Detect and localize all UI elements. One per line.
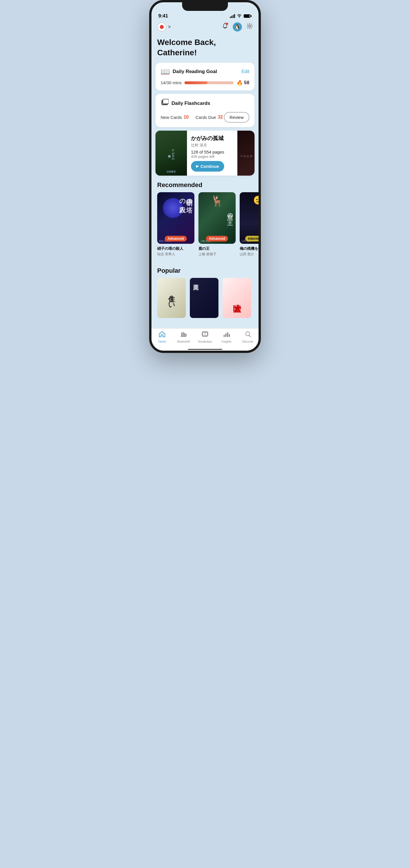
- recommended-book-1[interactable]: 硝子の塔の殺人 知念 実希人 Advanced 硝子の塔の殺人 知念 実希人: [157, 192, 194, 257]
- flashcard-content: New Cards 10 Cards Due 32 Review: [161, 112, 249, 123]
- status-icons: [230, 14, 252, 19]
- flashcard-icon: [161, 98, 169, 108]
- level-badge-3: Intermediate: [245, 236, 258, 242]
- book-cover-image: かがみの孤城 辻村深月: [155, 131, 187, 176]
- recommended-books-scroll[interactable]: 硝子の塔の殺人 知念 実希人 Advanced 硝子の塔の殺人 知念 実希人 🦌…: [152, 192, 258, 261]
- cards-due-label: Cards Due: [195, 115, 216, 120]
- play-icon: ▶: [196, 164, 199, 168]
- daily-flashcards-card: Daily Flashcards New Cards 10 Cards Due …: [155, 94, 255, 127]
- svg-rect-10: [186, 334, 187, 336]
- book-cover-1: 硝子の塔の殺人 知念 実希人 Advanced: [157, 192, 194, 244]
- cards-due-value: 32: [218, 115, 223, 120]
- bookshelf-icon: [180, 331, 187, 339]
- next-book-preview: 貴志祐介: [238, 131, 255, 176]
- svg-point-0: [239, 17, 240, 18]
- popular-book-3[interactable]: 大嘘: [222, 278, 251, 318]
- streak-count: 58: [244, 80, 249, 86]
- home-tab-label: Home: [158, 340, 166, 343]
- record-button[interactable]: [157, 22, 166, 32]
- svg-rect-9: [184, 333, 185, 336]
- content-area[interactable]: > 🐧: [152, 20, 258, 328]
- continue-label: Continue: [200, 164, 219, 169]
- current-book-progress: 128 of 554 pages: [191, 150, 233, 154]
- vocabulary-tab-label: Vocabulary: [198, 340, 212, 343]
- tab-bookshelf[interactable]: Bookshelf: [173, 331, 194, 343]
- flame-icon: 🔥: [236, 80, 243, 86]
- svg-rect-16: [229, 334, 230, 337]
- flashcard-stats: New Cards 10 Cards Due 32: [161, 115, 223, 120]
- tab-vocabulary[interactable]: Vocabulary: [194, 331, 216, 343]
- settings-icon[interactable]: [247, 23, 253, 31]
- tab-insights[interactable]: Insights: [216, 331, 237, 343]
- notification-dot: [226, 23, 228, 25]
- popular-books-scroll[interactable]: 住まい 見同ま 大嘘: [152, 278, 258, 322]
- recommended-book-2[interactable]: 🦌 鹿の王 上橋 菜穂子 Advanced 鹿の王 上橋 菜穂子: [198, 192, 235, 257]
- progress-label: 14/30 mins: [161, 80, 182, 85]
- reading-card-header: 📖 Daily Reading Goal Edit: [161, 67, 249, 76]
- review-button[interactable]: Review: [224, 112, 249, 123]
- flashcard-title-group: Daily Flashcards: [161, 98, 210, 108]
- bottom-spacer: [152, 322, 258, 328]
- recommended-book-3[interactable]: 😐 俺の残機を投下します 山田 悠介 Intermediate 俺の残機を投下し…: [240, 192, 258, 257]
- edit-link[interactable]: Edit: [241, 69, 249, 74]
- book-name-1: 硝子の塔の殺人: [157, 246, 194, 251]
- bell-icon[interactable]: [222, 23, 228, 31]
- reading-card-title: Daily Reading Goal: [172, 69, 217, 74]
- svg-rect-6: [181, 336, 186, 337]
- svg-rect-7: [181, 333, 182, 336]
- progress-bar-fill: [184, 81, 208, 84]
- phone-notch: [182, 2, 228, 11]
- status-bar: 9:41: [152, 11, 258, 20]
- home-indicator-bar: [152, 349, 258, 351]
- popular-book-1[interactable]: 住まい: [157, 278, 186, 318]
- continue-button[interactable]: ▶ Continue: [191, 161, 224, 172]
- cards-due-stat: Cards Due 32: [195, 115, 223, 120]
- book-author-3: 山田 悠介: [240, 252, 258, 257]
- flashcard-title: Daily Flashcards: [171, 100, 210, 106]
- svg-point-2: [249, 25, 251, 27]
- popular-book-2[interactable]: 見同ま: [190, 278, 218, 318]
- current-book-pages-left: 426 pages left: [191, 154, 233, 159]
- battery-icon: [244, 14, 252, 18]
- nav-right: 🐧: [222, 22, 253, 32]
- wifi-icon: [237, 14, 242, 19]
- top-nav: > 🐧: [152, 20, 258, 35]
- tab-bar: Home Bookshelf: [152, 328, 258, 349]
- svg-rect-15: [227, 332, 228, 337]
- chevron-right-icon[interactable]: >: [168, 24, 171, 30]
- discover-tab-label: Discover: [242, 340, 253, 343]
- book-author-1: 知念 実希人: [157, 252, 194, 257]
- level-badge-1: Advanced: [165, 236, 187, 242]
- signal-bars-icon: [230, 14, 235, 18]
- new-cards-label: New Cards: [161, 115, 182, 120]
- svg-rect-8: [183, 332, 184, 336]
- current-book-card[interactable]: かがみの孤城 辻村深月 かがみの孤城 辻村 深月 128 of 554 page…: [155, 131, 255, 176]
- book-name-3: 俺の残機を投下し・・: [240, 246, 258, 251]
- bookshelf-tab-label: Bookshelf: [177, 340, 190, 343]
- welcome-title: Welcome Back, Catherine!: [157, 37, 253, 58]
- tab-home[interactable]: Home: [152, 331, 173, 343]
- book-author-2: 上橋 菜穂子: [198, 252, 235, 257]
- new-cards-value: 10: [184, 115, 189, 120]
- book-name-2: 鹿の王: [198, 246, 235, 251]
- svg-line-18: [249, 336, 251, 337]
- daily-reading-card: 📖 Daily Reading Goal Edit 14/30 mins 🔥 5…: [155, 63, 255, 91]
- discover-icon: [245, 331, 251, 339]
- insights-tab-label: Insights: [222, 340, 231, 343]
- user-avatar[interactable]: 🐧: [233, 22, 242, 32]
- progress-bar-container: [184, 81, 233, 84]
- book-icon: 📖: [161, 67, 170, 76]
- welcome-section: Welcome Back, Catherine!: [152, 35, 258, 63]
- level-badge-2: Advanced: [206, 236, 228, 242]
- tab-discover[interactable]: Discover: [237, 331, 258, 343]
- popular-section-title: Popular: [152, 261, 258, 278]
- streak-group: 🔥 58: [236, 80, 249, 86]
- reading-title-group: 📖 Daily Reading Goal: [161, 67, 217, 76]
- svg-point-17: [246, 332, 250, 336]
- nav-left: >: [157, 22, 171, 32]
- home-icon: [159, 331, 165, 339]
- cards-container: 📖 Daily Reading Goal Edit 14/30 mins 🔥 5…: [152, 63, 258, 176]
- current-book-author: 辻村 深月: [191, 143, 233, 148]
- record-dot: [160, 25, 164, 29]
- vocabulary-icon: [201, 331, 209, 339]
